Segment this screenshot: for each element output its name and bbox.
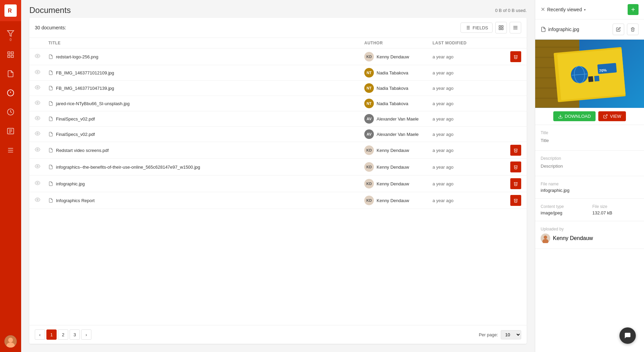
sidebar-item-clock[interactable] xyxy=(0,103,21,121)
edit-icon xyxy=(616,27,621,32)
table-body: redstart-logo-256.png KD Kenny Dendauw a… xyxy=(29,48,527,325)
doc-header: Documents 0 B of 0 B used. xyxy=(29,0,527,18)
row-eye[interactable] xyxy=(35,85,48,91)
fields-button[interactable]: FIELDS xyxy=(460,23,493,33)
row-actions xyxy=(501,161,521,172)
svg-point-38 xyxy=(37,117,38,119)
row-author: NT Nadia Tabakova xyxy=(364,68,433,78)
svg-point-42 xyxy=(37,182,38,184)
svg-point-35 xyxy=(37,71,38,73)
view-file-button[interactable]: VIEW xyxy=(598,111,626,121)
row-author: NT Nadia Tabakova xyxy=(364,83,433,93)
preview-image: 70% xyxy=(535,40,644,108)
filename-label: File name xyxy=(541,182,639,186)
delete-row-button[interactable] xyxy=(510,195,521,206)
author-name: Kenny Dendauw xyxy=(377,181,409,186)
row-title: jared-rice-NTyBbu66_SI-unsplash.jpg xyxy=(48,101,364,106)
content-type-value: image/jpeg xyxy=(541,210,587,215)
page-next[interactable]: › xyxy=(81,329,91,340)
row-eye[interactable] xyxy=(35,131,48,138)
file-icon xyxy=(48,116,53,121)
table-row: infographic.jpg KD Kenny Dendauw a year … xyxy=(29,175,527,192)
col-modified: LAST MODIFIED xyxy=(433,41,501,45)
close-panel-button[interactable]: ✕ xyxy=(541,7,545,12)
delete-row-button[interactable] xyxy=(510,145,521,156)
sidebar-item-tag[interactable] xyxy=(0,84,21,102)
sidebar-item-docs[interactable] xyxy=(0,65,21,83)
page-3[interactable]: 3 xyxy=(70,329,80,340)
add-file-button[interactable]: + xyxy=(628,4,639,15)
row-eye[interactable] xyxy=(35,100,48,107)
chat-button[interactable] xyxy=(619,327,636,344)
file-icon xyxy=(48,148,53,153)
sidebar-item-settings[interactable] xyxy=(0,141,21,159)
row-eye[interactable] xyxy=(35,115,48,122)
sidebar-item-filter[interactable]: 0 xyxy=(0,27,21,44)
list-view-button[interactable] xyxy=(510,22,521,33)
delete-row-button[interactable] xyxy=(510,51,521,62)
file-icon xyxy=(48,181,53,186)
per-page-control: Per page: 10 25 50 100 xyxy=(479,330,521,339)
description-input[interactable] xyxy=(541,162,639,170)
row-eye[interactable] xyxy=(35,69,48,76)
author-avatar: AV xyxy=(364,129,374,139)
edit-file-button[interactable] xyxy=(613,24,624,35)
row-eye[interactable] xyxy=(35,164,48,170)
row-eye[interactable] xyxy=(35,53,48,60)
author-name: Nadia Tabakova xyxy=(377,86,408,91)
page-prev[interactable]: ‹ xyxy=(35,329,45,340)
svg-point-40 xyxy=(37,149,38,150)
author-avatar: KD xyxy=(364,145,374,155)
svg-point-64 xyxy=(544,236,547,239)
table-row: jared-rice-NTyBbu66_SI-unsplash.jpg NT N… xyxy=(29,96,527,111)
row-eye[interactable] xyxy=(35,147,48,154)
sidebar-item-grid[interactable] xyxy=(0,46,21,64)
author-avatar: KD xyxy=(364,179,374,188)
author-name: Kenny Dendauw xyxy=(377,198,409,203)
eye-icon xyxy=(35,85,40,90)
row-eye[interactable] xyxy=(35,180,48,187)
delete-row-button[interactable] xyxy=(510,161,521,172)
author-avatar: NT xyxy=(364,99,374,108)
per-page-select[interactable]: 10 25 50 100 xyxy=(501,330,521,339)
author-name: Alexander Van Maele xyxy=(377,132,419,137)
table-actions: FIELDS xyxy=(460,22,521,33)
eye-icon xyxy=(35,100,40,105)
panel-header-left: ✕ Recently viewed ▾ xyxy=(541,7,586,12)
file-title: FB_IMG_1463771047139.jpg xyxy=(56,86,114,91)
download-button[interactable]: DOWNLOAD xyxy=(553,111,596,121)
author-avatar: KD xyxy=(364,52,374,61)
logo-icon: R xyxy=(4,4,17,17)
eye-icon xyxy=(35,53,40,59)
svg-rect-4 xyxy=(11,52,13,54)
page-1[interactable]: 1 xyxy=(46,329,57,340)
eye-icon xyxy=(35,197,40,202)
settings-icon xyxy=(7,146,14,154)
description-section: Description xyxy=(535,151,644,176)
table-row: Redstart video screens.pdf KD Kenny Dend… xyxy=(29,142,527,159)
delete-file-button[interactable] xyxy=(627,24,639,35)
row-actions xyxy=(501,178,521,189)
file-title: jared-rice-NTyBbu66_SI-unsplash.jpg xyxy=(56,101,130,106)
clock-icon xyxy=(7,108,14,116)
file-type-icon xyxy=(541,27,546,32)
row-date: a year ago xyxy=(433,132,501,137)
panel-header: ✕ Recently viewed ▾ + xyxy=(535,0,644,19)
filename-value: infographic.jpg xyxy=(541,188,639,193)
table-row: infographics--the-benefits-of-their-use-… xyxy=(29,159,527,175)
page-2[interactable]: 2 xyxy=(58,329,68,340)
svg-text:70%: 70% xyxy=(599,68,607,73)
row-author: KD Kenny Dendauw xyxy=(364,52,433,61)
delete-row-button[interactable] xyxy=(510,178,521,189)
external-link-icon xyxy=(603,114,608,119)
author-name: Alexander Van Maele xyxy=(377,116,419,122)
title-input[interactable] xyxy=(541,137,639,145)
grid-view-button[interactable] xyxy=(495,22,507,33)
row-eye[interactable] xyxy=(35,197,48,204)
sidebar-item-form[interactable] xyxy=(0,122,21,140)
author-avatar: NT xyxy=(364,83,374,93)
recently-viewed-label[interactable]: Recently viewed xyxy=(547,7,582,12)
user-avatar[interactable] xyxy=(0,331,21,352)
sidebar-logo[interactable]: R xyxy=(0,0,21,21)
table-row: Infographics Report KD Kenny Dendauw a y… xyxy=(29,192,527,209)
